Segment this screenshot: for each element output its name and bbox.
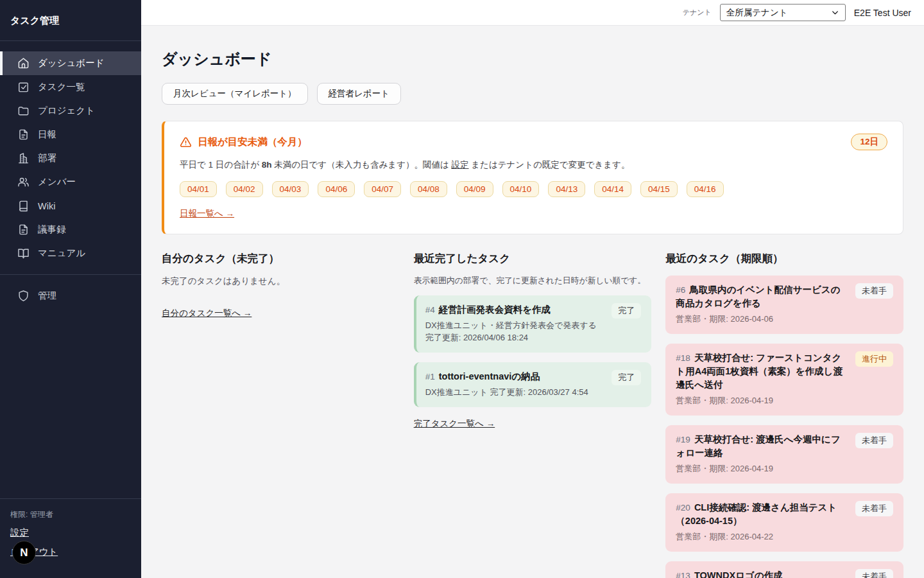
recent-tasks-column: 最近のタスク（期限順） 未着手 #6 鳥取県内のイベント配信サービスの商品カタロ… bbox=[665, 252, 903, 578]
task-card[interactable]: 未着手 #20 CLI接続確認: 渡邊さん担当テスト（2026-04-15） 営… bbox=[665, 493, 903, 552]
status-badge: 完了 bbox=[612, 303, 641, 319]
sidebar-item-label: Wiki bbox=[38, 201, 55, 211]
my-tasks-title: 自分のタスク（未完了） bbox=[162, 252, 400, 266]
alert-settings-link[interactable]: 設定 bbox=[452, 160, 469, 170]
settings-link[interactable]: 設定 bbox=[0, 527, 141, 539]
task-id: #6 bbox=[676, 285, 685, 295]
task-id: #4 bbox=[425, 305, 435, 315]
sidebar-footer: 権限: 管理者 設定 ログアウト N bbox=[0, 498, 141, 578]
date-chip[interactable]: 04/02 bbox=[226, 181, 263, 197]
completed-tasks-list-link[interactable]: 完了タスク一覧へ → bbox=[414, 418, 495, 430]
alert-body-text: またはテナントの既定で変更できます。 bbox=[469, 160, 630, 170]
sidebar-item-label: メンバー bbox=[38, 176, 76, 188]
date-chip[interactable]: 04/06 bbox=[318, 181, 355, 197]
sidebar-item-admin[interactable]: 管理 bbox=[0, 284, 141, 308]
task-id: #13 bbox=[676, 571, 690, 578]
sidebar-item-label: ダッシュボード bbox=[38, 57, 105, 69]
warning-triangle-icon bbox=[180, 136, 192, 148]
my-tasks-column: 自分のタスク（未完了） 未完了のタスクはありません。 自分のタスク一覧へ → bbox=[162, 252, 400, 578]
date-chip[interactable]: 04/14 bbox=[594, 181, 631, 197]
task-title-text: 天草校打合せ: 渡邊氏へ今週中にフォロー連絡 bbox=[676, 434, 840, 458]
nextjs-dev-badge[interactable]: N bbox=[12, 541, 36, 565]
sidebar: タスク管理 ダッシュボード タスク一覧 プロジェクト 日報 部署 メンバー bbox=[0, 0, 141, 578]
sidebar-gap bbox=[0, 265, 141, 274]
date-chip-row: 04/01 04/02 04/03 04/06 04/07 04/08 04/0… bbox=[180, 181, 887, 197]
completed-tasks-title: 最近完了したタスク bbox=[414, 252, 652, 266]
topbar: テナント 全所属テナント E2E Test User bbox=[141, 0, 924, 26]
task-meta: DX推進ユニット・経営方針発表会で発表する 完了更新: 2026/04/06 1… bbox=[425, 320, 642, 344]
alert-body-text: 平日で 1 日の合計が bbox=[180, 160, 262, 170]
file-text-icon bbox=[17, 223, 30, 236]
completed-task-list: 完了 #4 経営計画発表会資料を作成 DX推進ユニット・経営方針発表会で発表する… bbox=[414, 295, 652, 430]
task-card[interactable]: 未着手 #6 鳥取県内のイベント配信サービスの商品カタログを作る 営業部・期限:… bbox=[665, 276, 903, 334]
alert-header: 日報が目安未満（今月） 12日 bbox=[180, 134, 887, 150]
task-title-text: CLI接続確認: 渡邊さん担当テスト（2026-04-15） bbox=[676, 502, 837, 526]
dashboard-columns: 自分のタスク（未完了） 未完了のタスクはありません。 自分のタスク一覧へ → 最… bbox=[162, 252, 903, 578]
permission-label: 権限: 管理者 bbox=[0, 509, 141, 520]
sidebar-item-projects[interactable]: プロジェクト bbox=[0, 99, 141, 123]
tenant-select[interactable]: 全所属テナント bbox=[720, 4, 846, 21]
task-card[interactable]: 完了 #1 tottori-eventnaviの納品 DX推進ユニット 完了更新… bbox=[414, 362, 652, 407]
sidebar-item-manual[interactable]: マニュアル bbox=[0, 241, 141, 265]
alert-threshold-value: 8h bbox=[262, 160, 272, 170]
users-icon bbox=[17, 176, 30, 188]
sidebar-item-dashboard[interactable]: ダッシュボード bbox=[0, 51, 141, 75]
current-user: E2E Test User bbox=[854, 8, 911, 18]
date-chip[interactable]: 04/13 bbox=[548, 181, 585, 197]
date-chip[interactable]: 04/01 bbox=[180, 181, 217, 197]
date-chip[interactable]: 04/08 bbox=[410, 181, 447, 197]
report-buttons: 月次レビュー（マイレポート） 経営者レポート bbox=[162, 83, 903, 105]
date-chip[interactable]: 04/09 bbox=[456, 181, 493, 197]
page-title: ダッシュボード bbox=[162, 49, 903, 69]
task-card[interactable]: 未着手 #13 TOWNDXロゴの作成 営業部 bbox=[665, 561, 903, 578]
task-meta: 営業部・期限: 2026-04-19 bbox=[676, 395, 893, 407]
daily-report-alert: 日報が目安未満（今月） 12日 平日で 1 日の合計が 8h 未満の日です（未入… bbox=[162, 121, 903, 234]
task-id: #1 bbox=[425, 372, 435, 381]
completed-tasks-subtitle: 表示範囲内の部署で、完了に更新された日時が新しい順です。 bbox=[414, 276, 652, 286]
alert-title-text: 日報が目安未満（今月） bbox=[198, 136, 307, 149]
monthly-review-button[interactable]: 月次レビュー（マイレポート） bbox=[162, 83, 308, 105]
status-badge: 未着手 bbox=[855, 433, 893, 448]
my-tasks-empty-text: 未完了のタスクはありません。 bbox=[162, 276, 400, 287]
task-check-icon bbox=[17, 81, 30, 93]
building-icon bbox=[17, 152, 30, 164]
date-chip[interactable]: 04/03 bbox=[272, 181, 309, 197]
sidebar-item-label: 議事録 bbox=[38, 223, 66, 236]
task-meta: 営業部・期限: 2026-04-22 bbox=[676, 531, 893, 543]
executive-report-button[interactable]: 経営者レポート bbox=[317, 83, 401, 105]
sidebar-item-tasks[interactable]: タスク一覧 bbox=[0, 75, 141, 99]
date-chip[interactable]: 04/16 bbox=[687, 181, 724, 197]
status-badge: 未着手 bbox=[855, 569, 893, 578]
file-text-icon bbox=[17, 128, 30, 141]
tenant-label: テナント bbox=[683, 8, 712, 17]
alert-day-count-badge: 12日 bbox=[851, 134, 887, 150]
task-card[interactable]: 進行中 #18 天草校打合せ: ファーストコンタクト用A4両面1枚資料（素案）を… bbox=[665, 344, 903, 416]
home-icon bbox=[17, 57, 30, 69]
sidebar-item-daily-report[interactable]: 日報 bbox=[0, 123, 141, 146]
task-card[interactable]: 未着手 #19 天草校打合せ: 渡邊氏へ今週中にフォロー連絡 営業部・期限: 2… bbox=[665, 425, 903, 484]
sidebar-item-minutes[interactable]: 議事録 bbox=[0, 218, 141, 241]
sidebar-gap bbox=[0, 275, 141, 284]
daily-report-list-link[interactable]: 日報一覧へ → bbox=[180, 208, 234, 220]
sidebar-item-label: 日報 bbox=[38, 128, 56, 141]
date-chip[interactable]: 04/10 bbox=[502, 181, 540, 197]
sidebar-item-members[interactable]: メンバー bbox=[0, 170, 141, 194]
open-book-icon bbox=[17, 247, 30, 259]
completed-tasks-column: 最近完了したタスク 表示範囲内の部署で、完了に更新された日時が新しい順です。 完… bbox=[414, 252, 652, 578]
task-title-text: 経営計画発表会資料を作成 bbox=[439, 304, 551, 315]
task-title-text: 鳥取県内のイベント配信サービスの商品カタログを作る bbox=[676, 285, 840, 308]
sidebar-item-label: プロジェクト bbox=[38, 105, 95, 117]
app-title: タスク管理 bbox=[0, 0, 141, 40]
sidebar-item-departments[interactable]: 部署 bbox=[0, 146, 141, 170]
tenant-select-value: 全所属テナント bbox=[726, 7, 788, 19]
date-chip[interactable]: 04/07 bbox=[364, 181, 401, 197]
date-chip[interactable]: 04/15 bbox=[640, 181, 678, 197]
task-id: #19 bbox=[676, 435, 690, 444]
sidebar-divider bbox=[0, 498, 141, 499]
book-icon bbox=[17, 200, 30, 212]
alert-title: 日報が目安未満（今月） bbox=[180, 136, 307, 149]
task-card[interactable]: 完了 #4 経営計画発表会資料を作成 DX推進ユニット・経営方針発表会で発表する… bbox=[414, 295, 652, 353]
chevron-down-icon bbox=[831, 8, 839, 17]
my-tasks-list-link[interactable]: 自分のタスク一覧へ → bbox=[162, 308, 252, 319]
sidebar-item-wiki[interactable]: Wiki bbox=[0, 194, 141, 218]
